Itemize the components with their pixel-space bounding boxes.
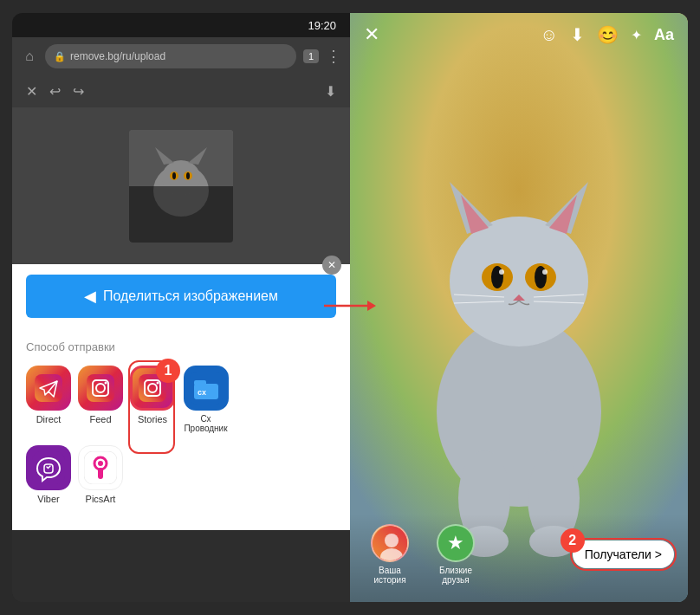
- main-frame: 19:20 ⌂ 🔒 remove.bg/ru/upload 1 ⋮ ✕ ↩ ↪ …: [12, 13, 688, 602]
- draw-icon[interactable]: ✦: [631, 27, 642, 43]
- your-story-avatar: [371, 524, 409, 562]
- app-icon-cx: cx: [184, 366, 229, 411]
- app-feed[interactable]: Feed: [78, 366, 123, 433]
- svg-point-25: [98, 461, 103, 466]
- svg-point-8: [186, 172, 190, 179]
- svg-rect-9: [35, 374, 62, 402]
- share-apps-row-2: Viber PicsArt: [26, 445, 336, 504]
- share-panel-label: Способ отправки: [26, 340, 336, 353]
- app-picsart[interactable]: PicsArt: [78, 445, 123, 504]
- svg-point-31: [450, 217, 588, 346]
- svg-point-39: [535, 266, 547, 288]
- app-stories[interactable]: 1: [130, 366, 175, 433]
- svg-point-7: [172, 172, 176, 179]
- app-viber[interactable]: Viber: [26, 445, 71, 504]
- app-name-stories: Stories: [138, 414, 167, 424]
- browser-content: ✕ ◀ Поделиться изображением Способ отпра…: [12, 108, 350, 602]
- svg-rect-10: [87, 374, 114, 402]
- browser-menu-button[interactable]: ⋮: [326, 47, 341, 66]
- step2-badge: 2: [561, 528, 585, 553]
- close-friends-label: Близкие друзья: [430, 566, 482, 585]
- tab-count[interactable]: 1: [303, 49, 319, 63]
- recipients-button[interactable]: Получатели >: [573, 541, 674, 568]
- status-bar: 19:20: [12, 13, 350, 37]
- share-apps-row-1: Direct: [26, 366, 336, 433]
- app-name-picsart: PicsArt: [86, 494, 116, 504]
- right-panel: ✕ ☺ ⬇ 😊 ✦ Aa: [350, 13, 688, 602]
- browser-bar: ⌂ 🔒 remove.bg/ru/upload 1 ⋮: [12, 37, 350, 75]
- close-share-button[interactable]: ✕: [322, 256, 341, 275]
- share-main-button[interactable]: ◀ Поделиться изображением: [26, 275, 336, 318]
- recipients-arrow: >: [655, 547, 662, 561]
- status-time: 19:20: [308, 19, 336, 32]
- svg-rect-20: [194, 380, 206, 385]
- app-cx[interactable]: cx Сх Проводник: [182, 366, 230, 433]
- home-icon: ⌂: [25, 49, 34, 64]
- download-button[interactable]: ⬇: [325, 83, 336, 100]
- text-icon[interactable]: Aa: [654, 26, 674, 44]
- recipients-label: Получатели: [585, 547, 651, 561]
- app-name-viber: Viber: [37, 494, 59, 504]
- app-direct[interactable]: Direct: [26, 366, 71, 433]
- your-story-item[interactable]: Ваша история: [364, 524, 416, 585]
- save-icon[interactable]: ⬇: [570, 24, 585, 45]
- svg-point-41: [542, 269, 548, 275]
- back-button[interactable]: ↩: [49, 83, 61, 100]
- share-panel: Способ отправки: [12, 328, 350, 530]
- story-action-icons: ☺ ⬇ 😊 ✦ Aa: [541, 24, 674, 45]
- app-name-cx: Сх Проводник: [182, 414, 230, 433]
- story-background: ✕ ☺ ⬇ 😊 ✦ Aa: [350, 13, 688, 602]
- story-header: ✕ ☺ ⬇ 😊 ✦ Aa: [350, 13, 688, 56]
- share-button-area: ✕ ◀ Поделиться изображением: [12, 264, 350, 328]
- star-icon: ★: [447, 532, 464, 554]
- app-name-feed: Feed: [89, 414, 111, 424]
- svg-point-13: [105, 382, 107, 385]
- svg-rect-0: [129, 130, 233, 243]
- app-icon-viber: [26, 445, 71, 490]
- sticker-icon[interactable]: 😊: [597, 24, 619, 45]
- close-friends-item[interactable]: ★ Близкие друзья: [430, 524, 482, 585]
- step1-badge: 1: [156, 359, 180, 383]
- story-avatars: Ваша история ★ Близкие друзья: [364, 524, 482, 585]
- browser-toolbar: ✕ ↩ ↪ ⬇: [12, 75, 350, 108]
- emoji-icon[interactable]: ☺: [541, 25, 558, 45]
- svg-text:cx: cx: [197, 388, 205, 397]
- app-icon-feed: [78, 366, 123, 411]
- close-friends-avatar: ★: [437, 524, 475, 562]
- app-icon-direct: [26, 366, 71, 411]
- home-button[interactable]: ⌂: [21, 48, 38, 65]
- url-bar[interactable]: 🔒 remove.bg/ru/upload: [45, 44, 296, 68]
- app-name-direct: Direct: [36, 414, 62, 424]
- svg-point-40: [499, 269, 504, 275]
- website-area: [12, 108, 350, 264]
- share-label: Поделиться изображением: [103, 288, 278, 306]
- svg-point-17: [157, 382, 159, 385]
- recipients-container: 2 Получатели >: [573, 541, 674, 568]
- svg-point-38: [491, 266, 503, 288]
- app-icon-picsart: [78, 445, 123, 490]
- svg-point-52: [385, 534, 399, 547]
- left-panel: 19:20 ⌂ 🔒 remove.bg/ru/upload 1 ⋮ ✕ ↩ ↪ …: [12, 13, 350, 602]
- forward-button[interactable]: ↪: [73, 83, 84, 100]
- story-close-button[interactable]: ✕: [364, 23, 379, 46]
- share-icon: ◀: [84, 287, 96, 306]
- your-story-label: Ваша история: [364, 566, 416, 585]
- svg-point-2: [162, 160, 200, 195]
- story-bottom-bar: Ваша история ★ Близкие друзья 2: [350, 514, 688, 602]
- url-text: remove.bg/ru/upload: [70, 50, 165, 62]
- lock-icon: 🔒: [54, 51, 66, 62]
- svg-rect-26: [98, 468, 103, 479]
- close-tab-button[interactable]: ✕: [26, 83, 37, 100]
- cat-thumbnail: [129, 130, 233, 243]
